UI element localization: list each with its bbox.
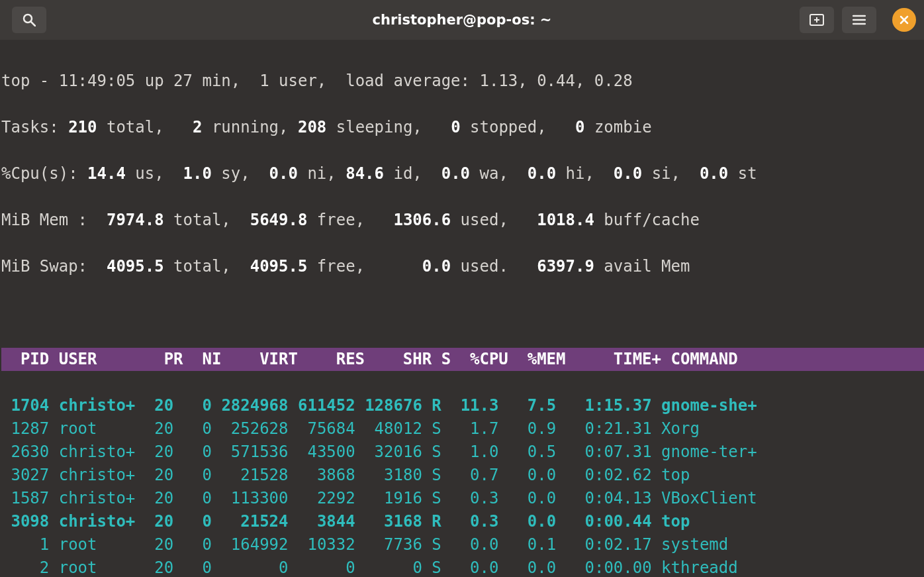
close-icon <box>900 15 909 25</box>
summary-line-tasks: Tasks: 210 total, 2 running, 208 sleepin… <box>1 116 924 139</box>
table-row: 1587 christo+ 20 0 113300 2292 1916 S 0.… <box>1 487 924 510</box>
summary-line-mem: MiB Mem : 7974.8 total, 5649.8 free, 130… <box>1 209 924 232</box>
window-title: christopher@pop-os: ~ <box>0 12 924 28</box>
search-icon <box>23 13 36 26</box>
process-table-header: PID USER PR NI VIRT RES SHR S %CPU %MEM … <box>1 348 924 371</box>
new-tab-button[interactable] <box>800 7 834 33</box>
table-row: 1704 christo+ 20 0 2824968 611452 128676… <box>1 394 924 417</box>
close-button[interactable] <box>892 8 916 32</box>
table-row: 3098 christo+ 20 0 21524 3844 3168 R 0.3… <box>1 510 924 533</box>
hamburger-menu-button[interactable] <box>842 7 876 33</box>
summary-line-cpu: %Cpu(s): 14.4 us, 1.0 sy, 0.0 ni, 84.6 i… <box>1 162 924 185</box>
process-table-body: 1704 christo+ 20 0 2824968 611452 128676… <box>1 394 924 577</box>
blank-line <box>1 301 924 325</box>
table-row: 1287 root 20 0 252628 75684 48012 S 1.7 … <box>1 417 924 441</box>
terminal-output[interactable]: top - 11:49:05 up 27 min, 1 user, load a… <box>0 40 924 577</box>
svg-line-1 <box>31 22 35 26</box>
table-row: 2 root 20 0 0 0 0 S 0.0 0.0 0:00.00 kthr… <box>1 556 924 577</box>
table-row: 1 root 20 0 164992 10332 7736 S 0.0 0.1 … <box>1 533 924 556</box>
search-button[interactable] <box>12 7 46 33</box>
hamburger-icon <box>853 15 866 25</box>
summary-line-swap: MiB Swap: 4095.5 total, 4095.5 free, 0.0… <box>1 255 924 278</box>
table-row: 3027 christo+ 20 0 21528 3868 3180 S 0.7… <box>1 464 924 487</box>
titlebar: christopher@pop-os: ~ <box>0 0 924 40</box>
summary-line-uptime: top - 11:49:05 up 27 min, 1 user, load a… <box>1 70 924 93</box>
table-row: 2630 christo+ 20 0 571536 43500 32016 S … <box>1 441 924 464</box>
new-tab-icon <box>809 14 824 26</box>
